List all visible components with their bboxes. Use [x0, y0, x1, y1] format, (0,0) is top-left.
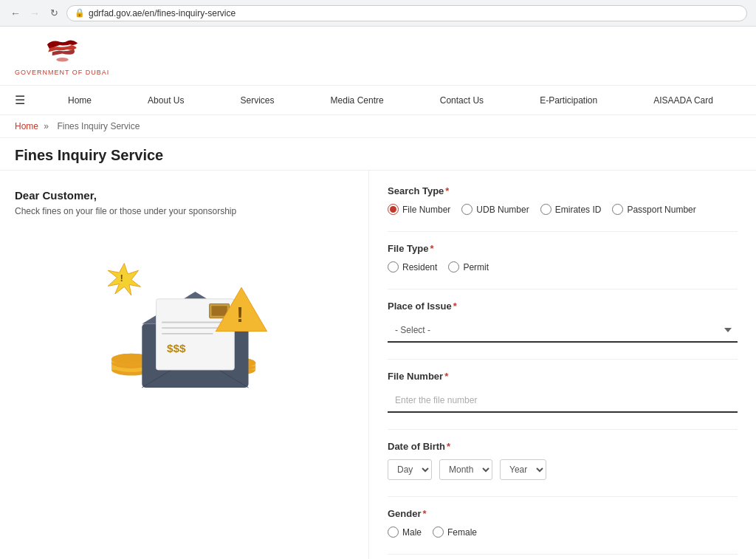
radio-emirates-id-label: Emirates ID	[555, 205, 602, 215]
right-panel: Search Type* File Number UDB Number Emir…	[369, 171, 756, 559]
radio-file-number-label: File Number	[402, 205, 450, 215]
dob-year-select[interactable]: Year	[500, 459, 546, 480]
file-type-label: File Type*	[388, 243, 738, 254]
divider-2	[388, 289, 738, 289]
refresh-button[interactable]: ↻	[47, 7, 61, 20]
file-number-input[interactable]	[388, 389, 738, 413]
nav-item-aisaada-card[interactable]: AISAADA Card	[646, 86, 721, 115]
divider-6	[388, 554, 738, 555]
radio-resident-input[interactable]	[388, 261, 399, 272]
nav-item-services[interactable]: Services	[233, 86, 282, 115]
file-number-label: File Number*	[388, 371, 738, 382]
svg-text:$$$: $$$	[166, 342, 185, 354]
page-title: Fines Inquiry Service	[0, 138, 756, 171]
breadcrumb: Home » Fines Inquiry Service	[0, 115, 756, 138]
radio-resident[interactable]: Resident	[388, 261, 437, 272]
dob-section: Date of Birth* Day Month Year	[388, 441, 738, 480]
svg-marker-30	[108, 264, 140, 295]
fines-illustration: $$$ ! !	[92, 239, 277, 388]
radio-file-number[interactable]: File Number	[388, 204, 450, 215]
required-star-4: *	[444, 371, 448, 382]
file-number-section: File Number*	[388, 371, 738, 413]
radio-permit[interactable]: Permit	[448, 261, 489, 272]
required-star-5: *	[447, 441, 450, 452]
svg-text:!: !	[236, 303, 244, 326]
svg-text:!: !	[120, 272, 123, 284]
nav-item-e-participation[interactable]: E-Participation	[532, 86, 605, 115]
breadcrumb-home[interactable]: Home	[15, 121, 38, 131]
left-panel: Dear Customer, Check fines on your file …	[0, 171, 369, 559]
divider-5	[388, 496, 738, 497]
radio-passport-number-label: Passport Number	[627, 205, 695, 215]
radio-male[interactable]: Male	[388, 527, 422, 538]
radio-udb-number[interactable]: UDB Number	[461, 204, 529, 215]
gender-label: Gender*	[388, 508, 738, 519]
svg-rect-22	[211, 306, 227, 315]
radio-female-label: Female	[447, 527, 477, 538]
address-bar[interactable]: 🔒 gdrfad.gov.ae/en/fines-inquiry-service	[66, 5, 747, 21]
lock-icon: 🔒	[75, 8, 85, 18]
file-type-radio-group: Resident Permit	[388, 261, 738, 272]
nav-item-contact-us[interactable]: Contact Us	[433, 86, 491, 115]
radio-male-input[interactable]	[388, 527, 399, 538]
radio-female[interactable]: Female	[433, 527, 477, 538]
nav-item-home[interactable]: Home	[61, 86, 99, 115]
svg-point-0	[56, 58, 69, 62]
place-of-issue-section: Place of Issue* - Select -	[388, 301, 738, 343]
logo-text: GOVERNMENT OF DUBAI	[15, 69, 109, 76]
dob-label: Date of Birth*	[388, 441, 738, 452]
logo-emblem	[42, 35, 83, 69]
divider-4	[388, 429, 738, 430]
radio-permit-label: Permit	[463, 262, 489, 272]
radio-emirates-id[interactable]: Emirates ID	[540, 204, 602, 215]
nav-bar: ☰ Home About Us Services Media Centre Co…	[0, 86, 756, 115]
browser-chrome: ← → ↻ 🔒 gdrfad.gov.ae/en/fines-inquiry-s…	[0, 0, 756, 27]
breadcrumb-separator: »	[44, 121, 49, 131]
nav-item-about-us[interactable]: About Us	[140, 86, 191, 115]
radio-file-number-input[interactable]	[388, 204, 399, 215]
site-header: GOVERNMENT OF DUBAI	[0, 27, 756, 86]
forward-button[interactable]: →	[28, 7, 41, 20]
place-of-issue-select[interactable]: - Select -	[388, 319, 738, 343]
radio-udb-number-input[interactable]	[461, 204, 472, 215]
divider-3	[388, 359, 738, 360]
nav-item-media-centre[interactable]: Media Centre	[323, 86, 391, 115]
radio-passport-number-input[interactable]	[612, 204, 623, 215]
illustration: $$$ ! !	[92, 239, 277, 386]
search-type-label: Search Type*	[388, 185, 738, 196]
radio-male-label: Male	[402, 527, 422, 538]
radio-permit-input[interactable]	[448, 261, 459, 272]
url-text: gdrfad.gov.ae/en/fines-inquiry-service	[89, 8, 236, 18]
greeting: Dear Customer,	[15, 189, 354, 202]
dob-month-select[interactable]: Month	[439, 459, 492, 480]
required-star-6: *	[423, 508, 427, 519]
dob-day-select[interactable]: Day	[388, 459, 432, 480]
divider-1	[388, 231, 738, 232]
radio-udb-number-label: UDB Number	[476, 205, 529, 215]
radio-female-input[interactable]	[433, 527, 444, 538]
back-button[interactable]: ←	[9, 7, 22, 20]
file-type-section: File Type* Resident Permit	[388, 243, 738, 272]
search-type-radio-group: File Number UDB Number Emirates ID Passp…	[388, 204, 738, 215]
gender-radio-group: Male Female	[388, 527, 738, 538]
gender-section: Gender* Male Female	[388, 508, 738, 538]
radio-passport-number[interactable]: Passport Number	[612, 204, 695, 215]
required-star: *	[445, 185, 449, 196]
required-star-2: *	[430, 243, 433, 254]
logo-area: GOVERNMENT OF DUBAI	[15, 35, 109, 76]
radio-emirates-id-input[interactable]	[540, 204, 551, 215]
hamburger-menu[interactable]: ☰	[15, 93, 25, 107]
nav-items: Home About Us Services Media Centre Cont…	[40, 86, 741, 115]
required-star-3: *	[453, 301, 457, 312]
customer-subtitle: Check fines on your file or those under …	[15, 206, 354, 216]
breadcrumb-current: Fines Inquiry Service	[57, 121, 140, 131]
main-content: Dear Customer, Check fines on your file …	[0, 171, 756, 559]
search-type-section: Search Type* File Number UDB Number Emir…	[388, 185, 738, 215]
radio-resident-label: Resident	[402, 262, 437, 272]
place-of-issue-label: Place of Issue*	[388, 301, 738, 312]
dob-row: Day Month Year	[388, 459, 738, 480]
